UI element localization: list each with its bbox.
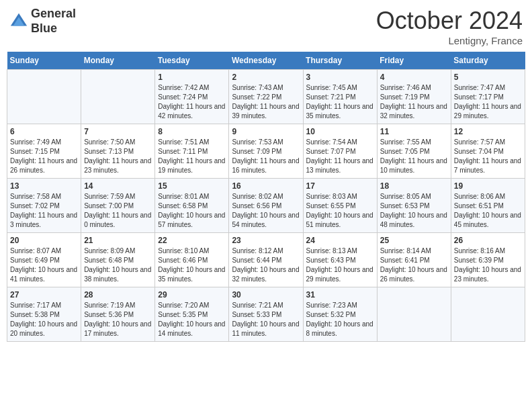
day-info: Sunrise: 8:03 AMSunset: 6:55 PMDaylight:… — [306, 192, 374, 230]
calendar-cell — [451, 287, 525, 342]
day-info: Sunrise: 7:49 AMSunset: 7:15 PMDaylight:… — [10, 138, 78, 175]
day-info: Sunrise: 7:21 AMSunset: 5:33 PMDaylight:… — [232, 301, 300, 338]
calendar-cell: 9Sunrise: 7:53 AMSunset: 7:09 PMDaylight… — [229, 124, 303, 179]
calendar-cell: 20Sunrise: 8:07 AMSunset: 6:49 PMDayligh… — [7, 233, 81, 287]
calendar-cell: 27Sunrise: 7:17 AMSunset: 5:38 PMDayligh… — [7, 287, 81, 342]
calendar-cell — [81, 70, 155, 124]
calendar-cell: 29Sunrise: 7:20 AMSunset: 5:35 PMDayligh… — [155, 287, 229, 342]
day-info: Sunrise: 7:19 AMSunset: 5:36 PMDaylight:… — [84, 301, 152, 338]
day-info: Sunrise: 8:12 AMSunset: 6:44 PMDaylight:… — [232, 246, 300, 284]
day-header-tuesday: Tuesday — [155, 52, 229, 70]
calendar-cell: 15Sunrise: 8:01 AMSunset: 6:58 PMDayligh… — [155, 179, 229, 233]
day-header-monday: Monday — [81, 52, 155, 70]
day-number: 22 — [158, 236, 226, 245]
day-number: 27 — [10, 290, 78, 300]
day-info: Sunrise: 7:50 AMSunset: 7:13 PMDaylight:… — [84, 138, 152, 175]
calendar-cell: 22Sunrise: 8:10 AMSunset: 6:46 PMDayligh… — [155, 233, 229, 287]
calendar-cell: 26Sunrise: 8:16 AMSunset: 6:39 PMDayligh… — [451, 233, 525, 287]
day-header-thursday: Thursday — [303, 52, 377, 70]
calendar-cell: 21Sunrise: 8:09 AMSunset: 6:48 PMDayligh… — [81, 233, 155, 287]
day-info: Sunrise: 8:01 AMSunset: 6:58 PMDaylight:… — [158, 192, 226, 230]
day-info: Sunrise: 8:07 AMSunset: 6:49 PMDaylight:… — [10, 246, 78, 284]
day-info: Sunrise: 8:10 AMSunset: 6:46 PMDaylight:… — [158, 246, 226, 284]
calendar-cell: 14Sunrise: 7:59 AMSunset: 7:00 PMDayligh… — [81, 179, 155, 233]
day-info: Sunrise: 8:16 AMSunset: 6:39 PMDaylight:… — [454, 246, 522, 284]
day-number: 15 — [158, 181, 226, 191]
month-title: October 2024 — [376, 7, 523, 35]
day-info: Sunrise: 7:45 AMSunset: 7:21 PMDaylight:… — [306, 83, 374, 121]
day-info: Sunrise: 7:51 AMSunset: 7:11 PMDaylight:… — [158, 138, 226, 175]
day-number: 16 — [232, 181, 300, 191]
day-info: Sunrise: 7:42 AMSunset: 7:24 PMDaylight:… — [158, 83, 226, 121]
day-info: Sunrise: 8:05 AMSunset: 6:53 PMDaylight:… — [380, 192, 448, 230]
calendar-cell: 28Sunrise: 7:19 AMSunset: 5:36 PMDayligh… — [81, 287, 155, 342]
page-header: General Blue October 2024 Lentigny, Fran… — [7, 7, 525, 46]
day-number: 30 — [232, 290, 300, 300]
calendar-week-row: 27Sunrise: 7:17 AMSunset: 5:38 PMDayligh… — [7, 287, 525, 342]
calendar-cell: 23Sunrise: 8:12 AMSunset: 6:44 PMDayligh… — [229, 233, 303, 287]
day-number: 14 — [84, 181, 152, 191]
calendar-week-row: 6Sunrise: 7:49 AMSunset: 7:15 PMDaylight… — [7, 124, 525, 179]
day-number: 1 — [158, 73, 226, 82]
day-info: Sunrise: 7:46 AMSunset: 7:19 PMDaylight:… — [380, 83, 448, 121]
day-header-friday: Friday — [377, 52, 451, 70]
day-number: 12 — [454, 127, 522, 136]
logo-text: General Blue — [31, 7, 76, 36]
day-number: 4 — [380, 73, 448, 82]
day-number: 19 — [454, 181, 522, 191]
calendar-week-row: 13Sunrise: 7:58 AMSunset: 7:02 PMDayligh… — [7, 179, 525, 233]
calendar-week-row: 1Sunrise: 7:42 AMSunset: 7:24 PMDaylight… — [7, 70, 525, 124]
logo-icon — [9, 12, 28, 31]
day-number: 26 — [454, 236, 522, 245]
calendar-cell: 31Sunrise: 7:23 AMSunset: 5:32 PMDayligh… — [303, 287, 377, 342]
logo: General Blue — [9, 7, 76, 36]
day-info: Sunrise: 8:02 AMSunset: 6:56 PMDaylight:… — [232, 192, 300, 230]
calendar-header-row: SundayMondayTuesdayWednesdayThursdayFrid… — [7, 52, 525, 70]
calendar-cell: 30Sunrise: 7:21 AMSunset: 5:33 PMDayligh… — [229, 287, 303, 342]
calendar-cell: 13Sunrise: 7:58 AMSunset: 7:02 PMDayligh… — [7, 179, 81, 233]
day-number: 25 — [380, 236, 448, 245]
calendar-cell: 25Sunrise: 8:14 AMSunset: 6:41 PMDayligh… — [377, 233, 451, 287]
day-number: 18 — [380, 181, 448, 191]
day-info: Sunrise: 8:13 AMSunset: 6:43 PMDaylight:… — [306, 246, 374, 284]
day-info: Sunrise: 8:06 AMSunset: 6:51 PMDaylight:… — [454, 192, 522, 230]
calendar-cell: 18Sunrise: 8:05 AMSunset: 6:53 PMDayligh… — [377, 179, 451, 233]
day-header-saturday: Saturday — [451, 52, 525, 70]
day-info: Sunrise: 7:57 AMSunset: 7:04 PMDaylight:… — [454, 138, 522, 175]
calendar-cell: 24Sunrise: 8:13 AMSunset: 6:43 PMDayligh… — [303, 233, 377, 287]
day-number: 3 — [306, 73, 374, 82]
location-subtitle: Lentigny, France — [376, 35, 523, 46]
day-number: 11 — [380, 127, 448, 136]
day-number: 2 — [232, 73, 300, 82]
calendar-cell: 2Sunrise: 7:43 AMSunset: 7:22 PMDaylight… — [229, 70, 303, 124]
day-number: 9 — [232, 127, 300, 136]
day-number: 5 — [454, 73, 522, 82]
day-number: 13 — [10, 181, 78, 191]
day-info: Sunrise: 7:54 AMSunset: 7:07 PMDaylight:… — [306, 138, 374, 175]
day-number: 23 — [232, 236, 300, 245]
calendar-cell: 3Sunrise: 7:45 AMSunset: 7:21 PMDaylight… — [303, 70, 377, 124]
calendar-cell: 11Sunrise: 7:55 AMSunset: 7:05 PMDayligh… — [377, 124, 451, 179]
day-number: 6 — [10, 127, 78, 136]
calendar-cell: 10Sunrise: 7:54 AMSunset: 7:07 PMDayligh… — [303, 124, 377, 179]
day-number: 7 — [84, 127, 152, 136]
day-info: Sunrise: 8:09 AMSunset: 6:48 PMDaylight:… — [84, 246, 152, 284]
calendar-cell: 8Sunrise: 7:51 AMSunset: 7:11 PMDaylight… — [155, 124, 229, 179]
day-number: 17 — [306, 181, 374, 191]
calendar-week-row: 20Sunrise: 8:07 AMSunset: 6:49 PMDayligh… — [7, 233, 525, 287]
day-info: Sunrise: 7:17 AMSunset: 5:38 PMDaylight:… — [10, 301, 78, 338]
calendar-cell: 4Sunrise: 7:46 AMSunset: 7:19 PMDaylight… — [377, 70, 451, 124]
day-number: 29 — [158, 290, 226, 300]
day-number: 24 — [306, 236, 374, 245]
day-number: 28 — [84, 290, 152, 300]
day-number: 31 — [306, 290, 374, 300]
calendar-cell: 6Sunrise: 7:49 AMSunset: 7:15 PMDaylight… — [7, 124, 81, 179]
calendar-cell: 17Sunrise: 8:03 AMSunset: 6:55 PMDayligh… — [303, 179, 377, 233]
calendar-cell: 12Sunrise: 7:57 AMSunset: 7:04 PMDayligh… — [451, 124, 525, 179]
calendar-cell: 7Sunrise: 7:50 AMSunset: 7:13 PMDaylight… — [81, 124, 155, 179]
day-info: Sunrise: 7:55 AMSunset: 7:05 PMDaylight:… — [380, 138, 448, 175]
day-number: 10 — [306, 127, 374, 136]
calendar-cell: 19Sunrise: 8:06 AMSunset: 6:51 PMDayligh… — [451, 179, 525, 233]
day-header-sunday: Sunday — [7, 52, 81, 70]
calendar-cell: 5Sunrise: 7:47 AMSunset: 7:17 PMDaylight… — [451, 70, 525, 124]
